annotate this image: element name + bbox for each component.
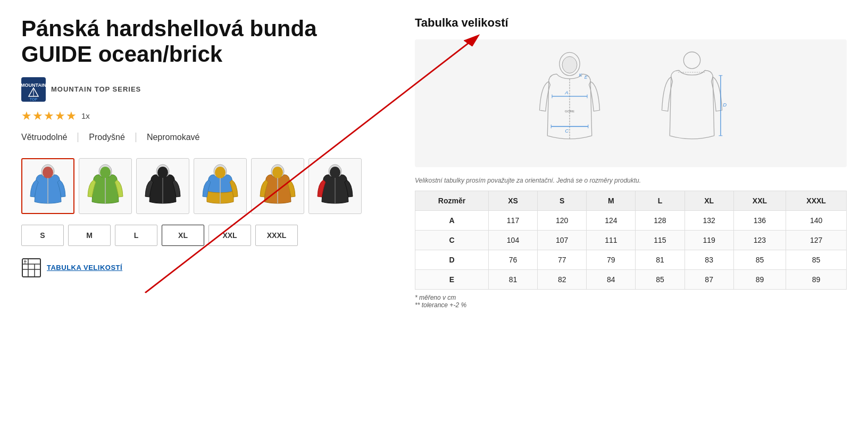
color-thumbnails — [21, 158, 383, 214]
size-xl[interactable]: XL — [162, 225, 204, 246]
col-header-xxl: XXL — [733, 191, 786, 211]
table-row: D 76 77 79 81 83 85 85 — [415, 250, 847, 270]
table-row: A 117 120 124 128 132 136 140 — [415, 211, 847, 231]
svg-point-44 — [683, 52, 700, 68]
svg-text:C: C — [565, 128, 569, 134]
size-chart-table: Rozměr XS S M L XL XXL XXXL A 117 120 — [415, 191, 847, 290]
col-header-xxxl: XXXL — [786, 191, 847, 211]
svg-point-21 — [330, 167, 340, 178]
feature-windproof: Větruodolné — [21, 133, 78, 142]
col-header-xs: XS — [488, 191, 537, 211]
review-count: 1x — [81, 111, 90, 120]
svg-text:GORE: GORE — [565, 109, 574, 113]
color-swatch-6[interactable] — [308, 158, 362, 214]
footnote-2: ** tolerance +-2 % — [415, 301, 847, 309]
size-chart-title: Tabulka velikostí — [415, 16, 847, 30]
svg-point-12 — [157, 167, 168, 178]
features-row: Větruodolné Prodyšné Nepromokavé — [21, 133, 383, 142]
sizes-row: S M L XL XXL XXXL — [21, 225, 383, 246]
color-swatch-2[interactable] — [79, 158, 132, 214]
svg-point-6 — [43, 167, 53, 178]
svg-text:D: D — [723, 102, 727, 108]
front-diagram-icon: A C GORE K E — [516, 50, 623, 157]
footnote-1: * měřeno v cm — [415, 294, 847, 301]
size-disclaimer: Velikostní tabulky prosím považujte za o… — [415, 177, 847, 184]
rating-stars: ★★★★★ — [21, 109, 77, 123]
svg-point-9 — [100, 167, 111, 178]
size-xxl[interactable]: XXL — [208, 225, 251, 246]
product-title: Pánská hardshellová bunda GUIDE ocean/br… — [21, 16, 383, 68]
size-l[interactable]: L — [115, 225, 157, 246]
back-diagram-icon: D — [639, 50, 745, 157]
left-panel: Pánská hardshellová bunda GUIDE ocean/br… — [21, 16, 383, 278]
size-xxxl[interactable]: XXXL — [255, 225, 298, 246]
col-header-s: S — [538, 191, 587, 211]
size-m[interactable]: M — [68, 225, 111, 246]
color-swatch-3[interactable] — [136, 158, 189, 214]
col-header-xl: XL — [685, 191, 733, 211]
col-header-m: M — [587, 191, 636, 211]
svg-text:K: K — [579, 72, 582, 78]
svg-point-18 — [272, 167, 283, 178]
svg-text:A: A — [564, 89, 568, 95]
brand-logo-icon: MOUNTAIN TOP — [21, 77, 46, 102]
table-row: C 104 107 111 115 119 123 127 — [415, 231, 847, 250]
svg-text:TOP: TOP — [30, 97, 38, 101]
svg-point-31 — [562, 56, 577, 73]
feature-breathable: Prodyšné — [89, 133, 136, 142]
svg-point-15 — [215, 167, 226, 178]
feature-waterproof: Nepromokavé — [147, 133, 200, 142]
brand-row: MOUNTAIN TOP MOUNTAIN TOP SERIES — [21, 77, 383, 102]
size-table-icon — [21, 258, 41, 278]
brand-name: MOUNTAIN TOP SERIES — [51, 85, 141, 93]
jacket-diagrams: A C GORE K E — [415, 39, 847, 167]
size-table-link[interactable]: TABULKA VELIKOSTÍ — [47, 264, 122, 272]
color-swatch-1[interactable] — [21, 158, 74, 214]
color-swatch-4[interactable] — [194, 158, 247, 214]
footnotes: * měřeno v cm ** tolerance +-2 % — [415, 294, 847, 309]
col-header-l: L — [636, 191, 685, 211]
size-s[interactable]: S — [21, 225, 64, 246]
stars-row: ★★★★★ 1x — [21, 109, 383, 123]
svg-text:E: E — [585, 75, 588, 80]
table-row: E 81 82 84 85 87 89 89 — [415, 270, 847, 290]
size-table-link-row: TABULKA VELIKOSTÍ — [21, 258, 383, 278]
col-header-rozmer: Rozměr — [415, 191, 489, 211]
right-panel: Tabulka velikostí — [415, 16, 847, 309]
color-swatch-5[interactable] — [251, 158, 304, 214]
